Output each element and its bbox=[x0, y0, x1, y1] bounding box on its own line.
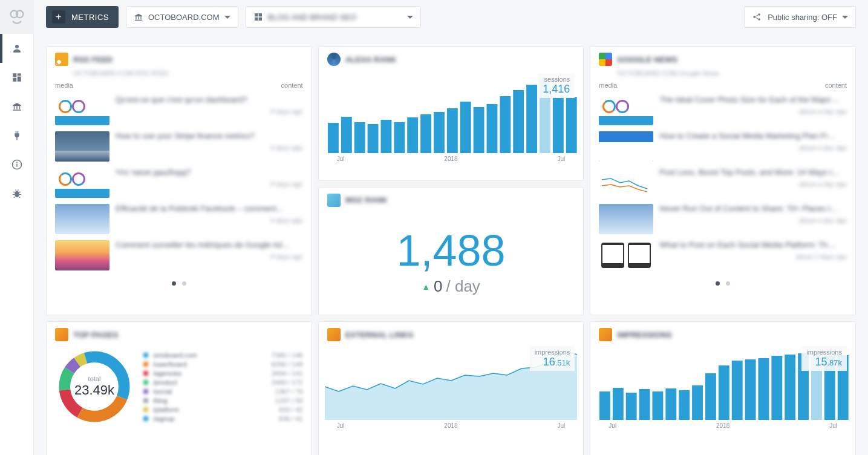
metric-value: 1,416 bbox=[543, 83, 570, 96]
card-title: IMPRESSIONS bbox=[617, 330, 671, 339]
feed-meta: about a day ago bbox=[659, 217, 847, 224]
donut-wrap: total 23.49k octoboard.com7385 / 146 /us… bbox=[47, 342, 312, 431]
feed-meta: about a day ago bbox=[659, 108, 847, 115]
legend-item: /user/board6356 / 149 bbox=[143, 361, 303, 368]
nav-account[interactable] bbox=[0, 34, 34, 63]
dashboard-dropdown[interactable]: BLOG AND BRAND SEO bbox=[246, 6, 421, 28]
svg-rect-67 bbox=[785, 355, 796, 420]
share-dropdown[interactable]: Public sharing: OFF bbox=[744, 6, 856, 28]
grid-icon bbox=[11, 72, 22, 83]
legend-item: /social1367 / 70 bbox=[143, 388, 303, 395]
nav-debug[interactable] bbox=[0, 179, 34, 208]
dashboard-dropdown-label: BLOG AND BRAND SEO bbox=[268, 13, 357, 22]
total-value: 23.49k bbox=[74, 382, 114, 398]
pager-dot[interactable] bbox=[182, 281, 186, 286]
x-tick: Jul bbox=[337, 422, 345, 429]
feed-title: How to use your Stripe finance metrics? bbox=[116, 131, 303, 140]
card-header: RSS FEED bbox=[47, 47, 312, 70]
dashboard-icon bbox=[253, 12, 263, 22]
nav-integrations[interactable] bbox=[0, 121, 34, 150]
card-title: RSS FEED bbox=[73, 55, 113, 64]
metric-name: sessions bbox=[543, 76, 570, 83]
feed-title: The Ideal Cover Photo Size for Each of t… bbox=[659, 95, 847, 104]
pager bbox=[47, 275, 312, 292]
svg-rect-21 bbox=[255, 18, 258, 21]
svg-rect-34 bbox=[434, 112, 445, 153]
svg-rect-17 bbox=[140, 16, 141, 19]
col-media: media bbox=[599, 82, 617, 89]
x-tick: Jul bbox=[337, 155, 345, 162]
nav-info[interactable] bbox=[0, 150, 34, 179]
feed-item[interactable]: Post Less, Boost Top Posts, and More: 14… bbox=[595, 166, 850, 199]
svg-rect-64 bbox=[745, 359, 756, 420]
svg-rect-18 bbox=[135, 20, 142, 21]
feed-meta: about a day ago bbox=[659, 180, 847, 188]
feed-list: The Ideal Cover Photo Size for Each of t… bbox=[590, 91, 855, 275]
big-number: 1,488 ▲ 0 / day bbox=[319, 211, 584, 315]
svg-rect-9 bbox=[19, 106, 20, 109]
svg-rect-65 bbox=[759, 358, 769, 420]
metric-value: 16.51k bbox=[535, 356, 570, 368]
feed-title: Comment surveiller les métriques de Goog… bbox=[116, 240, 303, 249]
google-icon bbox=[599, 53, 612, 66]
feed-title: Что такое дашборд? bbox=[116, 168, 303, 177]
svg-rect-33 bbox=[420, 114, 431, 153]
svg-rect-12 bbox=[16, 164, 18, 167]
card-header: EXTERNAL LINKS bbox=[319, 322, 584, 342]
feed-item[interactable]: Что такое дашборд?4 days ago bbox=[51, 166, 307, 199]
svg-rect-44 bbox=[566, 97, 576, 153]
site-dropdown[interactable]: OCTOBOARD.COM bbox=[126, 6, 238, 28]
svg-rect-66 bbox=[772, 356, 783, 420]
svg-rect-53 bbox=[599, 391, 610, 420]
user-icon bbox=[11, 43, 22, 54]
feed-item[interactable]: Comment surveiller les métriques de Goog… bbox=[51, 239, 307, 272]
svg-rect-57 bbox=[653, 391, 664, 420]
topbar: + METRICS OCTOBOARD.COM BLOG AND BRAND S… bbox=[34, 0, 868, 34]
nav-dashboards[interactable] bbox=[0, 63, 34, 92]
feed-item[interactable]: The Ideal Cover Photo Size for Each of t… bbox=[595, 94, 850, 126]
svg-point-24 bbox=[758, 13, 760, 15]
svg-rect-27 bbox=[341, 117, 352, 153]
pager-dot[interactable] bbox=[716, 281, 720, 286]
svg-rect-62 bbox=[719, 365, 729, 420]
svg-rect-40 bbox=[513, 90, 524, 153]
share-label: Public sharing: OFF bbox=[768, 13, 837, 22]
card-header: TOP PAGES bbox=[47, 322, 312, 342]
feed-item[interactable]: Qu'est-ce que c'est qu'un dashboard?4 da… bbox=[51, 94, 307, 126]
svg-rect-35 bbox=[447, 108, 458, 153]
svg-rect-43 bbox=[553, 97, 564, 153]
metrics-button[interactable]: + METRICS bbox=[46, 6, 119, 28]
site-dropdown-label: OCTOBOARD.COM bbox=[148, 13, 220, 22]
svg-rect-31 bbox=[394, 122, 405, 153]
svg-rect-7 bbox=[13, 106, 15, 109]
feed-title: Post Less, Boost Top Posts, and More: 14… bbox=[659, 168, 847, 177]
chart-value-label: impressions 16.51k bbox=[530, 346, 575, 371]
card-top-pages: TOP PAGES tot bbox=[46, 321, 312, 455]
card-external-links: EXTERNAL LINKS impressions 16.51k Jul 20 bbox=[318, 321, 584, 455]
feed-item[interactable]: How to Create a Social Media Marketing P… bbox=[595, 130, 850, 163]
pager-dot[interactable] bbox=[172, 281, 176, 286]
nav-clients[interactable] bbox=[0, 92, 34, 121]
pager-dot[interactable] bbox=[726, 281, 730, 286]
feed-item[interactable]: What to Post on Each Social Media Platfo… bbox=[595, 239, 850, 272]
card-title: ALEXA RANK bbox=[345, 55, 397, 64]
card-subtitle: OCTOBOARD.COM Google News bbox=[590, 70, 855, 79]
chart: impressions 15.87k Jul 2018 Jul bbox=[590, 342, 855, 455]
svg-rect-39 bbox=[500, 96, 511, 153]
thumbnail bbox=[599, 204, 653, 234]
sidebar bbox=[0, 0, 34, 455]
svg-rect-36 bbox=[460, 102, 471, 153]
card-subtitle: OCTOBOARD.COM RSS FEED bbox=[47, 70, 312, 79]
feed-item[interactable]: How to use your Stripe finance metrics?4… bbox=[51, 130, 307, 163]
chart: sessions 1,416 Jul 2018 Jul bbox=[319, 70, 584, 180]
metric-name: impressions bbox=[806, 349, 842, 356]
card-alexa-rank: ALEXA RANK sessions 1,416 Jul 2018 bbox=[318, 46, 584, 181]
share-icon bbox=[752, 12, 762, 22]
feed-item[interactable]: Efficacité de la Publicité Facebook – co… bbox=[51, 203, 307, 235]
svg-rect-29 bbox=[367, 124, 378, 153]
feed-item[interactable]: Never Run Out of Content to Share: 70+ P… bbox=[595, 203, 850, 235]
card-title: TOP PAGES bbox=[73, 330, 118, 339]
logo-icon bbox=[8, 8, 25, 25]
legend-item: /signup836 / 41 bbox=[143, 415, 303, 422]
svg-rect-58 bbox=[666, 388, 677, 420]
